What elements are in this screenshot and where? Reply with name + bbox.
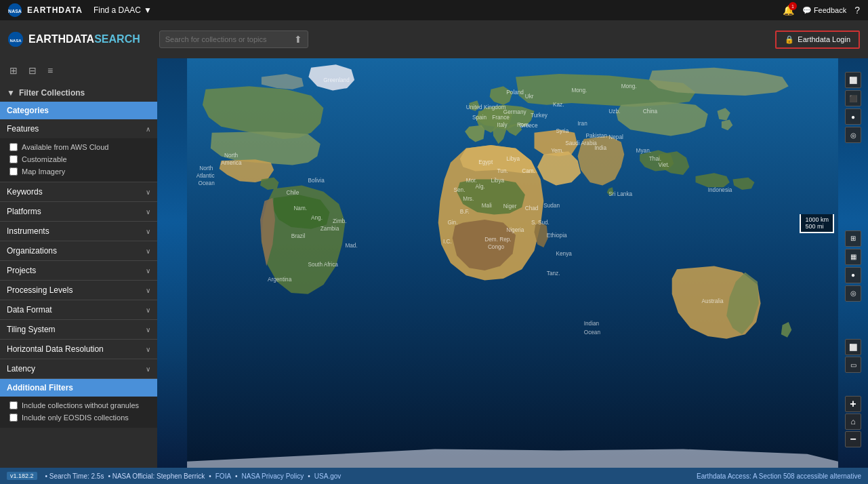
svg-text:Indian: Indian [584, 321, 600, 327]
search-input[interactable] [165, 35, 294, 43]
svg-text:Nigeria: Nigeria [506, 227, 524, 233]
usagov-link[interactable]: USA.gov [314, 472, 341, 480]
expand-map-button[interactable]: ⬜ [845, 339, 861, 355]
login-button[interactable]: 🔒 Earthdata Login [775, 31, 860, 49]
layer-toggle-button[interactable]: ⊞ [845, 230, 861, 247]
projects-section-header[interactable]: Projects ∨ [0, 261, 157, 280]
svg-text:Sen.: Sen. [454, 187, 466, 193]
svg-text:Turkey: Turkey [531, 113, 548, 119]
svg-text:Niger: Niger [503, 203, 517, 209]
aws-cloud-checkbox-item[interactable]: Available from AWS Cloud [9, 141, 150, 153]
svg-text:Zambia: Zambia [321, 226, 339, 232]
find-daac-button[interactable]: Find a DAAC ▼ [88, 4, 157, 16]
eosdis-only-checkbox[interactable] [9, 414, 18, 422]
main-layout: ⊞ ⊟ ≡ ▼ Filter Collections Categories Fe… [0, 58, 868, 468]
grid-view-button[interactable]: ⊞ [7, 64, 20, 77]
version-badge: v1.182.2 [7, 472, 37, 480]
platforms-section-header[interactable]: Platforms ∨ [0, 202, 157, 221]
customizable-checkbox[interactable] [9, 155, 18, 163]
organizations-section-header[interactable]: Organizations ∨ [0, 241, 157, 260]
help-button[interactable]: ? [854, 5, 860, 16]
svg-text:Mrs.: Mrs. [463, 196, 474, 202]
svg-text:Gin.: Gin. [447, 220, 457, 226]
no-granules-checkbox[interactable] [9, 401, 18, 409]
svg-text:Cam.: Cam. [522, 168, 535, 174]
eosdis-only-checkbox-item[interactable]: Include only EOSDIS collections [9, 411, 150, 424]
foia-link[interactable]: FOIA [215, 472, 231, 480]
layer-controls: ⊞ ▦ ● ◎ [845, 230, 861, 302]
svg-text:Kaz.: Kaz. [553, 102, 564, 108]
home-button[interactable]: ⌂ [845, 414, 861, 430]
horizontal-data-resolution-section-header[interactable]: Horizontal Data Resolution ∨ [0, 340, 157, 359]
projection-button[interactable]: ● [845, 267, 861, 283]
organizations-chevron-icon: ∨ [146, 247, 150, 255]
tree-view-button[interactable]: ⊟ [26, 64, 39, 77]
status-bar-right: Earthdata Access: A Section 508 accessib… [697, 472, 861, 480]
tiling-system-chevron-icon: ∨ [146, 326, 150, 334]
nasa-official: • NASA Official: Stephen Berrick [108, 472, 205, 480]
data-format-section-header[interactable]: Data Format ∨ [0, 300, 157, 319]
customizable-checkbox-item[interactable]: Customizable [9, 153, 150, 165]
svg-text:Ang.: Ang. [311, 215, 323, 221]
svg-text:Rom.: Rom. [517, 122, 531, 128]
svg-text:United Kingdom: United Kingdom [466, 104, 506, 110]
feedback-button[interactable]: 💬 Feedback [802, 6, 846, 15]
horizontal-data-resolution-section: Horizontal Data Resolution ∨ [0, 340, 157, 359]
draw-rectangle-button[interactable]: ⬜ [845, 72, 861, 88]
draw-polygon-button[interactable]: ⬛ [845, 90, 861, 106]
view-toggles: ⊞ ⊟ ≡ [0, 58, 157, 83]
draw-bounding-box-button[interactable]: ◎ [845, 127, 861, 143]
svg-text:Italy: Italy [497, 122, 508, 128]
granule-display-button[interactable]: ▦ [845, 249, 861, 265]
svg-text:NASA: NASA [8, 9, 22, 14]
tiling-system-section-header[interactable]: Tiling System ∨ [0, 320, 157, 339]
svg-text:Thai.: Thai. [649, 156, 661, 162]
resize-map-button[interactable]: ▭ [845, 357, 861, 373]
map-container[interactable]: North America Brazil Argentina Bolivia C… [157, 58, 868, 468]
privacy-link[interactable]: NASA Privacy Policy [242, 472, 304, 480]
svg-text:I.C.: I.C. [443, 239, 452, 245]
instruments-section-header[interactable]: Instruments ∨ [0, 222, 157, 241]
nasa-logo: NASA [8, 3, 22, 17]
svg-text:Libya: Libya [506, 156, 520, 162]
no-granules-checkbox-item[interactable]: Include collections without granules [9, 399, 150, 411]
svg-text:China: China [643, 108, 658, 115]
processing-levels-section-header[interactable]: Processing Levels ∨ [0, 281, 157, 300]
keywords-section-header[interactable]: Keywords ∨ [0, 182, 157, 201]
focus-map-button[interactable]: ◎ [845, 285, 861, 302]
latency-section-header[interactable]: Latency ∨ [0, 359, 157, 378]
svg-text:Atlantic: Atlantic [197, 173, 215, 179]
map-background: North America Brazil Argentina Bolivia C… [157, 58, 868, 468]
zoom-out-button[interactable]: − [845, 431, 861, 447]
search-header-title: EARTHDATASEARCH [28, 33, 140, 45]
map-imagery-checkbox-item[interactable]: Map Imagery [9, 165, 150, 178]
svg-text:America: America [221, 160, 242, 166]
platforms-chevron-icon: ∨ [146, 208, 150, 216]
view-controls: ⬜ ▭ [845, 339, 861, 373]
notification-bell-button[interactable]: 🔔 1 [783, 5, 794, 16]
projects-chevron-icon: ∨ [146, 267, 150, 275]
map-imagery-checkbox[interactable] [9, 167, 18, 176]
notification-badge: 1 [789, 2, 797, 10]
svg-text:Indonesia: Indonesia [708, 187, 732, 193]
latency-chevron-icon: ∨ [146, 365, 150, 373]
accessibility-link[interactable]: Earthdata Access: A Section 508 accessib… [697, 472, 861, 480]
svg-text:Nam.: Nam. [293, 205, 307, 211]
data-format-chevron-icon: ∨ [146, 306, 150, 314]
list-view-button[interactable]: ≡ [45, 64, 56, 77]
zoom-in-button[interactable]: + [845, 396, 861, 412]
aws-cloud-checkbox[interactable] [9, 143, 18, 151]
svg-text:Tanz.: Tanz. [547, 270, 560, 277]
categories-filter-item[interactable]: Categories [0, 102, 157, 119]
svg-text:Tun.: Tun. [497, 168, 508, 174]
upload-icon[interactable]: ⬆ [294, 34, 302, 45]
svg-text:Nepal: Nepal [608, 134, 623, 140]
additional-filters-header[interactable]: Additional Filters [0, 379, 157, 397]
svg-text:NASA: NASA [9, 39, 22, 43]
svg-text:Zimb.: Zimb. [333, 218, 347, 224]
svg-text:Syria: Syria [556, 128, 569, 134]
svg-text:Pakistan: Pakistan [585, 133, 607, 139]
additional-filters-content: Include collections without granules Inc… [0, 397, 157, 428]
features-section-header[interactable]: Features ∧ [0, 119, 157, 138]
draw-point-button[interactable]: ● [845, 108, 861, 125]
